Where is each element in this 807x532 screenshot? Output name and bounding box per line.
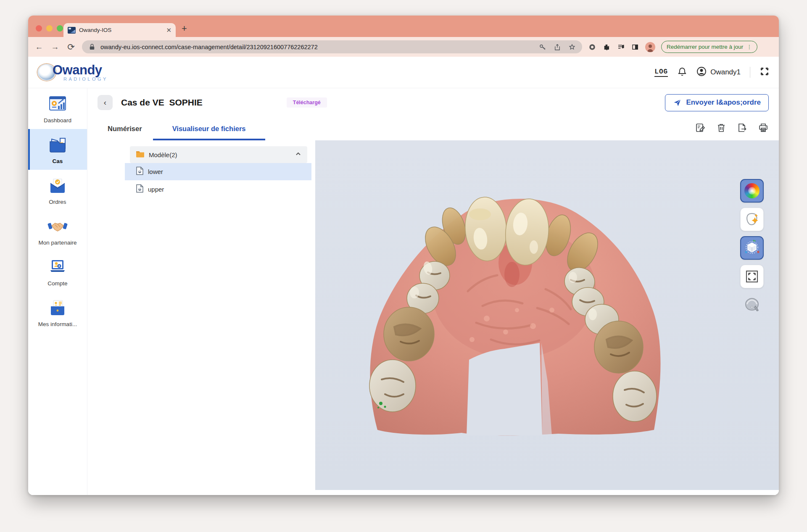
case-title-row: ‹ Cas de VE SOPHIE Téléchargé Envoyer l&… <box>87 88 779 117</box>
close-window-button[interactable] <box>36 25 42 32</box>
fit-view-icon <box>745 269 759 284</box>
sidebar-item-mes-informations[interactable]: Mes informati... <box>28 292 87 333</box>
status-badge: Téléchargé <box>287 97 327 108</box>
log-button[interactable]: LOG <box>654 68 668 77</box>
app-header: Owandy RADIOLOGY LOG Owandy1 <box>28 57 779 88</box>
delete-trash-icon[interactable] <box>716 122 727 135</box>
lock-icon <box>88 43 96 51</box>
fit-view-tool-button[interactable] <box>740 265 764 288</box>
color-wheel-icon <box>744 183 760 198</box>
sidebar-item-label: Ordres <box>49 199 66 205</box>
print-icon[interactable] <box>758 122 769 135</box>
sidepanel-extension-icon[interactable] <box>631 43 639 51</box>
case-folder-icon <box>47 135 68 154</box>
main-content: ‹ Cas de VE SOPHIE Téléchargé Envoyer l&… <box>87 88 779 495</box>
paper-plane-icon <box>673 98 682 107</box>
browser-update-button[interactable]: Redémarrer pour mettre à jour ⋮ <box>661 41 757 53</box>
account-laptop-icon <box>47 257 68 277</box>
model-file-icon <box>136 184 144 195</box>
margin-line-tool-button[interactable] <box>740 293 764 317</box>
brand-name: Owandy <box>53 63 108 76</box>
file-row-upper[interactable]: upper <box>125 181 311 198</box>
orientation-cube-icon <box>744 240 760 256</box>
chevron-up-icon[interactable] <box>295 151 301 159</box>
browser-window: Owandy-IOS ✕ + ← → ⟳ owandy-eu.ios-conne… <box>28 16 779 495</box>
reload-icon[interactable]: ⟳ <box>66 42 76 52</box>
star-icon[interactable] <box>568 43 576 51</box>
page-title: Cas de VE SOPHIE <box>121 97 203 108</box>
sidebar-item-label: Mon partenaire <box>39 240 77 246</box>
browser-toolbar: ← → ⟳ owandy-eu.ios-connect.com/case-man… <box>28 37 779 57</box>
owandy-logo: Owandy RADIOLOGY <box>37 63 108 82</box>
globe-extension-icon[interactable] <box>588 43 596 51</box>
tooth-enhance-tool-button[interactable] <box>740 208 764 231</box>
edit-note-icon[interactable] <box>695 122 706 135</box>
file-name: lower <box>148 168 163 175</box>
fullscreen-icon[interactable] <box>760 66 770 78</box>
back-button[interactable]: ‹ <box>98 95 113 110</box>
my-info-folder-icon <box>47 298 68 317</box>
file-name: upper <box>148 186 164 193</box>
sidebar-item-label: Dashboard <box>44 117 71 124</box>
sidebar: Dashboard Cas Ordres Mon partenaire <box>28 88 87 495</box>
sidebar-item-label: Cas <box>53 158 63 164</box>
sidebar-item-mon-partenaire[interactable]: Mon partenaire <box>28 211 87 251</box>
partner-handshake-icon <box>47 216 68 236</box>
zoom-window-button[interactable] <box>57 25 63 32</box>
tooth-sparkle-icon <box>744 211 760 227</box>
sidebar-item-dashboard[interactable]: Dashboard <box>28 88 87 129</box>
brand-subtitle: RADIOLOGY <box>63 77 108 82</box>
browser-tabstrip: Owandy-IOS ✕ + <box>28 16 779 37</box>
forward-nav-icon[interactable]: → <box>50 42 60 52</box>
key-icon[interactable] <box>538 43 547 51</box>
view-tabs: Numériser Visualiseur de fichiers <box>87 117 779 140</box>
send-order-label: Envoyer l&apos;ordre <box>686 98 761 107</box>
username: Owandy1 <box>710 68 741 76</box>
send-order-button[interactable]: Envoyer l&apos;ordre <box>665 94 769 111</box>
header-divider <box>750 67 750 78</box>
tab-title: Owandy-IOS <box>79 27 163 33</box>
update-button-label: Redémarrer pour mettre à jour <box>667 44 743 50</box>
notification-bell-icon[interactable] <box>677 66 687 78</box>
orders-envelope-icon <box>47 176 68 195</box>
tab-favicon-icon <box>68 27 76 34</box>
content-row: Modèle(2) lower <box>87 140 779 495</box>
model-viewer-canvas[interactable] <box>315 140 779 490</box>
orientation-cube-tool-button[interactable] <box>740 236 764 260</box>
puzzle-extension-icon[interactable] <box>602 43 611 51</box>
sidebar-item-label: Mes informati... <box>38 321 77 327</box>
update-menu-dots-icon[interactable]: ⋮ <box>746 44 752 50</box>
export-file-icon[interactable] <box>737 122 748 135</box>
file-row-lower[interactable]: lower <box>125 163 311 180</box>
file-panel: Modèle(2) lower <box>125 140 311 495</box>
tab-numeriser[interactable]: Numériser <box>100 117 150 140</box>
tab-close-icon[interactable]: ✕ <box>166 26 171 34</box>
folder-label: Modèle(2) <box>149 151 291 158</box>
color-mode-tool-button[interactable] <box>740 179 764 203</box>
margin-line-pen-icon <box>743 297 761 313</box>
dashboard-chart-icon <box>47 94 68 113</box>
dental-model-3d[interactable] <box>361 184 672 436</box>
model-file-icon <box>136 166 144 177</box>
viewer-toolbar <box>740 179 764 317</box>
minimize-window-button[interactable] <box>46 25 53 32</box>
model-folder-row[interactable]: Modèle(2) <box>130 146 307 163</box>
folder-icon <box>136 150 145 159</box>
new-tab-button[interactable]: + <box>182 23 187 34</box>
back-nav-icon[interactable]: ← <box>34 42 44 52</box>
browser-tab[interactable]: Owandy-IOS ✕ <box>63 23 176 37</box>
user-avatar-icon <box>696 66 707 79</box>
browser-profile-avatar[interactable] <box>645 42 655 52</box>
sidebar-item-cas[interactable]: Cas <box>28 129 87 170</box>
sidebar-item-compte[interactable]: Compte <box>28 251 87 292</box>
url-text: owandy-eu.ios-connect.com/case-managemen… <box>100 44 318 50</box>
share-icon[interactable] <box>553 43 562 51</box>
tab-visualiseur-de-fichiers[interactable]: Visualiseur de fichiers <box>165 117 253 140</box>
sidebar-item-label: Compte <box>47 280 67 287</box>
url-bar[interactable]: owandy-eu.ios-connect.com/case-managemen… <box>82 40 582 53</box>
window-controls <box>36 25 63 32</box>
user-menu[interactable]: Owandy1 <box>696 66 741 79</box>
playlist-extension-icon[interactable] <box>617 43 625 51</box>
sidebar-item-ordres[interactable]: Ordres <box>28 170 87 211</box>
owandy-app: Owandy RADIOLOGY LOG Owandy1 <box>28 57 779 495</box>
